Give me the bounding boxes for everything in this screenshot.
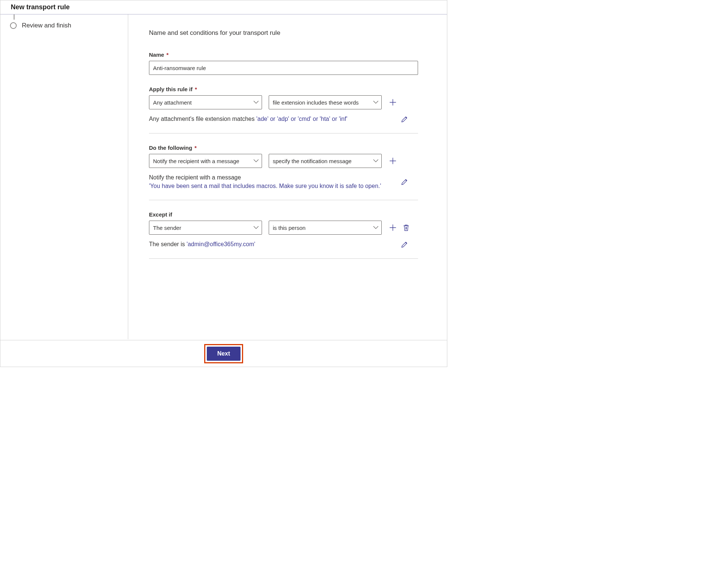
next-button-highlight: Next bbox=[204, 344, 243, 363]
apply-if-row: Any attachment file extension includes t… bbox=[149, 95, 426, 109]
chevron-down-icon bbox=[253, 225, 259, 230]
do-following-row: Notify the recipient with a message spec… bbox=[149, 154, 426, 168]
apply-if-condition-dropdown[interactable]: Any attachment bbox=[149, 95, 262, 109]
do-following-label: Do the following * bbox=[149, 145, 426, 151]
divider bbox=[149, 133, 418, 133]
except-if-summary: The sender is 'admin@office365my.com' bbox=[149, 240, 394, 249]
sidebar: Review and finish bbox=[0, 14, 128, 339]
do-following-group: Do the following * Notify the recipient … bbox=[149, 145, 426, 200]
step-circle-icon bbox=[10, 22, 17, 29]
add-apply-condition-button[interactable] bbox=[388, 98, 397, 107]
main-content: Name and set conditions for your transpo… bbox=[128, 14, 447, 339]
chevron-down-icon bbox=[373, 225, 378, 230]
do-following-value-dropdown[interactable]: specify the notification message bbox=[269, 154, 382, 168]
name-label: Name * bbox=[149, 52, 426, 58]
next-button[interactable]: Next bbox=[207, 347, 241, 361]
chevron-down-icon bbox=[253, 100, 259, 105]
apply-if-group: Apply this rule if * Any attachment file… bbox=[149, 86, 426, 133]
apply-if-label: Apply this rule if * bbox=[149, 86, 426, 92]
add-action-button[interactable] bbox=[388, 156, 397, 165]
header: New transport rule bbox=[0, 0, 447, 14]
required-asterisk: * bbox=[195, 86, 197, 92]
except-if-summary-row: The sender is 'admin@office365my.com' bbox=[149, 240, 426, 249]
sidebar-item-label: Review and finish bbox=[22, 22, 71, 29]
page-title: New transport rule bbox=[11, 3, 447, 11]
except-if-row: The sender is this person bbox=[149, 221, 426, 235]
required-asterisk: * bbox=[166, 52, 169, 58]
except-if-label: Except if bbox=[149, 211, 426, 218]
do-following-summary: Notify the recipient with a message 'You… bbox=[149, 173, 394, 190]
except-if-condition-dropdown[interactable]: The sender bbox=[149, 221, 262, 235]
do-following-summary-row: Notify the recipient with a message 'You… bbox=[149, 173, 426, 190]
required-asterisk: * bbox=[195, 145, 197, 151]
edit-exception-button[interactable] bbox=[400, 240, 409, 249]
divider bbox=[149, 200, 418, 200]
footer: Next bbox=[0, 340, 447, 367]
body: Review and finish Name and set condition… bbox=[0, 14, 447, 339]
apply-if-summary: Any attachment's file extension matches … bbox=[149, 115, 394, 123]
sidebar-item-review-and-finish[interactable]: Review and finish bbox=[0, 18, 128, 33]
except-if-group: Except if The sender is this person bbox=[149, 211, 426, 259]
except-if-value-dropdown[interactable]: is this person bbox=[269, 221, 382, 235]
step-connector-line bbox=[14, 14, 14, 20]
rule-name-input[interactable] bbox=[149, 61, 418, 75]
apply-if-summary-row: Any attachment's file extension matches … bbox=[149, 115, 426, 123]
divider bbox=[149, 258, 418, 259]
chevron-down-icon bbox=[373, 158, 378, 163]
chevron-down-icon bbox=[253, 158, 259, 163]
delete-exception-button[interactable] bbox=[402, 223, 411, 232]
do-following-action-dropdown[interactable]: Notify the recipient with a message bbox=[149, 154, 262, 168]
chevron-down-icon bbox=[373, 100, 378, 105]
subtitle: Name and set conditions for your transpo… bbox=[149, 29, 426, 37]
edit-apply-condition-button[interactable] bbox=[400, 115, 409, 123]
add-exception-button[interactable] bbox=[388, 223, 397, 232]
name-group: Name * bbox=[149, 52, 426, 75]
apply-if-value-dropdown[interactable]: file extension includes these words bbox=[269, 95, 382, 109]
edit-action-button[interactable] bbox=[400, 177, 409, 186]
